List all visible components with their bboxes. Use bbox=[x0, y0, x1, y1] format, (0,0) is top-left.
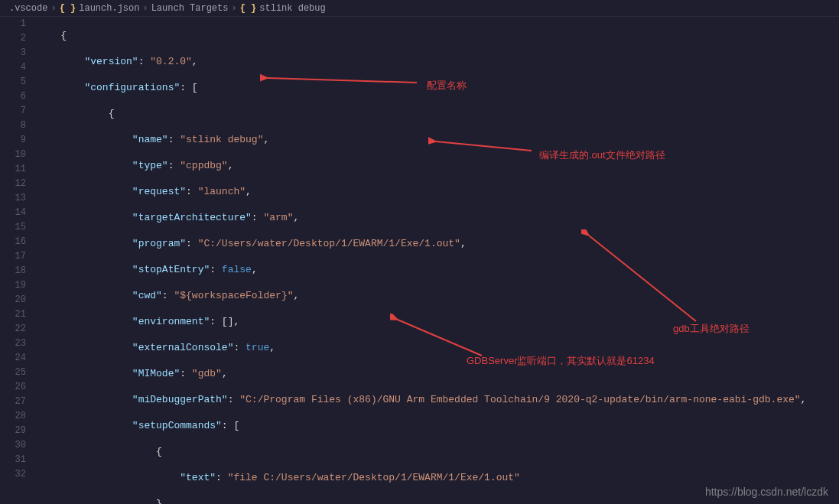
json-key: "program" bbox=[132, 238, 186, 249]
json-key: "cwd" bbox=[132, 290, 162, 301]
json-key: "stopAtEntry" bbox=[132, 264, 210, 275]
breadcrumb-section[interactable]: Launch Targets bbox=[151, 3, 229, 14]
json-string: "arm" bbox=[263, 212, 293, 223]
json-key: "externalConsole" bbox=[132, 342, 234, 353]
breadcrumb-item[interactable]: stlink debug bbox=[259, 3, 325, 14]
code-content[interactable]: { "version": "0.2.0", "configurations": … bbox=[37, 17, 839, 504]
json-string: "${workspaceFolder}" bbox=[174, 290, 293, 301]
json-key: "text" bbox=[180, 472, 216, 483]
json-icon: { } bbox=[240, 3, 257, 14]
json-key: "name" bbox=[132, 134, 168, 145]
json-string: "C:/Users/water/Desktop/1/EWARM/1/Exe/1.… bbox=[198, 238, 460, 249]
json-string: "C:/Program Files (x86)/GNU Arm Embedded… bbox=[239, 394, 800, 405]
json-icon: { } bbox=[60, 3, 76, 14]
json-string: "0.2.0" bbox=[150, 56, 192, 67]
watermark: https://blog.csdn.net/lczdk bbox=[705, 486, 828, 498]
code-editor[interactable]: 12345678910 11121314151617181920 2122232… bbox=[0, 17, 839, 504]
json-key: "MIMode" bbox=[132, 368, 180, 379]
breadcrumb-sep: › bbox=[142, 3, 148, 14]
json-key: "version" bbox=[84, 56, 138, 67]
breadcrumb-folder[interactable]: .vscode bbox=[9, 3, 47, 14]
breadcrumb-sep: › bbox=[231, 3, 236, 14]
json-key: "setupCommands" bbox=[132, 420, 222, 431]
breadcrumb-file[interactable]: launch.json bbox=[79, 3, 139, 14]
json-key: "targetArchitecture" bbox=[132, 212, 252, 223]
line-number-gutter: 12345678910 11121314151617181920 2122232… bbox=[0, 17, 37, 504]
json-bool: true bbox=[246, 342, 269, 353]
json-key: "miDebuggerPath" bbox=[132, 394, 228, 405]
json-bool: false bbox=[222, 264, 252, 275]
json-key: "request" bbox=[132, 186, 186, 197]
json-string: "launch" bbox=[198, 186, 246, 197]
breadcrumb-sep: › bbox=[50, 3, 56, 14]
json-key: "environment" bbox=[132, 316, 210, 327]
json-string: "stlink debug" bbox=[180, 134, 263, 145]
json-string: "cppdbg" bbox=[180, 160, 227, 171]
breadcrumb[interactable]: .vscode › { } launch.json › Launch Targe… bbox=[0, 0, 839, 17]
json-string: "file C:/Users/water/Desktop/1/EWARM/1/E… bbox=[228, 472, 520, 483]
json-key: "configurations" bbox=[84, 82, 180, 93]
json-key: "type" bbox=[132, 160, 168, 171]
json-string: "gdb" bbox=[192, 368, 222, 379]
